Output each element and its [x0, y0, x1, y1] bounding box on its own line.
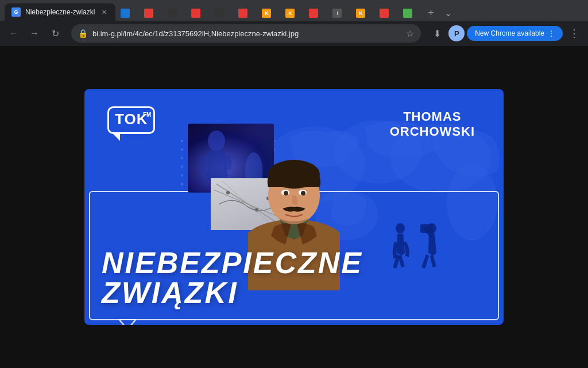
tab-inactive-7[interactable]: K	[257, 6, 280, 21]
favicon-4	[191, 9, 200, 18]
favicon-3	[168, 9, 177, 18]
active-tab[interactable]: G Niebezpieczne-zwiazki ✕	[5, 3, 115, 21]
svg-point-34	[181, 174, 183, 177]
tab-inactive-3[interactable]	[163, 6, 186, 21]
tab-inactive-6[interactable]	[234, 6, 257, 21]
svg-point-52	[301, 191, 305, 195]
tab-inactive-11[interactable]: K	[351, 6, 374, 21]
reload-button[interactable]: ↻	[46, 24, 64, 43]
bookmark-icon[interactable]: ☆	[406, 28, 414, 39]
svg-point-14	[181, 148, 183, 151]
back-button[interactable]: ←	[5, 24, 23, 43]
person-last-name: ORCHOWSKI	[390, 124, 475, 139]
tab-overflow-button[interactable]: ⌄	[440, 5, 456, 21]
favicon-6	[238, 9, 247, 18]
favicon-5	[215, 9, 224, 18]
profile-avatar[interactable]: P	[448, 25, 465, 41]
tab-inactive-8[interactable]: K	[281, 6, 304, 21]
svg-point-39	[208, 131, 225, 151]
address-bar[interactable]: 🔒 bi.im-g.pl/im/4c/ec/1d/z31375692lH,Nie…	[71, 24, 421, 43]
new-tab-button[interactable]: +	[423, 5, 439, 21]
svg-point-23	[181, 157, 183, 159]
tab-favicon: G	[11, 7, 21, 17]
person-first-name: THOMAS	[390, 109, 475, 124]
new-chrome-menu-icon: ⋮	[548, 29, 555, 37]
tab-inactive-9[interactable]	[304, 6, 327, 21]
tab-close-button[interactable]: ✕	[99, 7, 109, 17]
show-title-text: NIEBEZPIECZNE ZWIĄZKI	[102, 248, 486, 308]
tab-inactive-13[interactable]	[399, 6, 421, 21]
tab-inactive-12[interactable]	[375, 6, 398, 21]
favicon-12	[380, 9, 389, 18]
svg-rect-55	[420, 224, 433, 233]
svg-point-43	[226, 191, 230, 194]
download-button[interactable]: ⬇	[428, 24, 446, 43]
tokfm-image-card: TOK FM THOMAS ORCHOWSKI	[84, 89, 504, 325]
tokfm-logo: TOK FM	[107, 106, 155, 141]
browser-window: G Niebezpieczne-zwiazki ✕	[0, 0, 588, 368]
svg-point-5	[181, 140, 183, 142]
tab-inactive-4[interactable]	[187, 6, 210, 21]
person-name: THOMAS ORCHOWSKI	[390, 109, 475, 140]
tokfm-logo-box: TOK FM	[107, 106, 155, 134]
svg-point-53	[396, 223, 405, 233]
toolbar: ← → ↻ 🔒 bi.im-g.pl/im/4c/ec/1d/z31375692…	[0, 21, 588, 46]
toolbar-right: ⬇ P New Chrome available ⋮ ⋮	[428, 24, 583, 43]
forward-button[interactable]: →	[25, 24, 44, 43]
secure-icon: 🔒	[78, 29, 88, 38]
show-title-container: NIEBEZPIECZNE ZWIĄZKI	[102, 248, 486, 308]
favicon-2	[144, 9, 153, 18]
svg-point-29	[181, 166, 183, 168]
favicon-9	[309, 9, 318, 18]
main-menu-button[interactable]: ⋮	[565, 24, 583, 43]
tab-inactive-10[interactable]: i	[328, 6, 351, 21]
svg-point-51	[284, 191, 288, 195]
favicon-13	[403, 9, 412, 18]
new-chrome-label: New Chrome available	[475, 29, 544, 37]
tab-inactive-2[interactable]	[140, 6, 163, 21]
tokfm-logo-pointer	[113, 134, 120, 141]
content-area: TOK FM THOMAS ORCHOWSKI	[0, 46, 588, 368]
tokfm-logo-fm: FM	[143, 112, 151, 118]
svg-point-37	[181, 183, 183, 185]
tab-inactive-5[interactable]	[210, 6, 233, 21]
new-chrome-button[interactable]: New Chrome available ⋮	[467, 26, 563, 41]
url-text: bi.im-g.pl/im/4c/ec/1d/z31375692lH,Niebe…	[92, 29, 401, 38]
favicon-1	[121, 9, 130, 18]
tab-title: Niebezpieczne-zwiazki	[25, 8, 95, 16]
tab-inactive-1[interactable]	[116, 6, 139, 21]
tab-bar: G Niebezpieczne-zwiazki ✕	[0, 0, 588, 21]
